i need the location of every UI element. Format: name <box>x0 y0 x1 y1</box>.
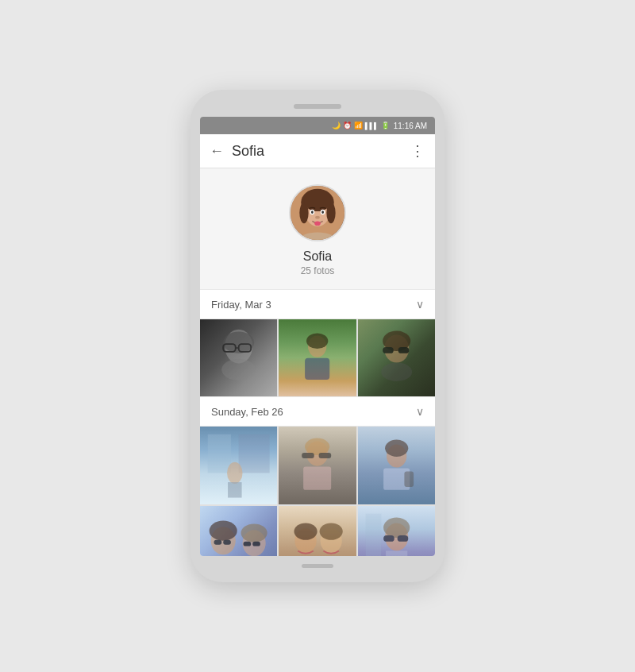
section-date-1: Friday, Mar 3 <box>211 299 271 311</box>
svg-point-32 <box>305 438 329 455</box>
photo-item[interactable] <box>279 427 356 504</box>
svg-rect-45 <box>223 540 231 545</box>
back-button[interactable]: ← <box>210 143 224 160</box>
photo-item[interactable] <box>279 319 356 396</box>
battery-icon: 🔋 <box>381 122 390 129</box>
top-bar: ← Sofia ⋮ <box>200 134 435 168</box>
photo-grid-2 <box>200 427 435 556</box>
svg-point-18 <box>221 359 256 380</box>
svg-point-9 <box>321 210 324 214</box>
svg-rect-47 <box>252 541 260 546</box>
photo-item[interactable] <box>200 319 277 396</box>
svg-point-49 <box>294 523 318 539</box>
signal-icon: ▌▌▌ <box>365 122 379 129</box>
section-header-2[interactable]: Sunday, Feb 26 ∨ <box>200 396 435 427</box>
svg-rect-34 <box>302 453 315 458</box>
photo-item[interactable] <box>279 506 356 556</box>
photo-item[interactable] <box>358 506 435 556</box>
svg-point-29 <box>227 462 242 484</box>
svg-point-53 <box>383 517 410 537</box>
home-button[interactable] <box>302 564 333 568</box>
photo-item[interactable] <box>200 427 277 504</box>
svg-rect-55 <box>397 535 408 542</box>
alarm-icon: ⏰ <box>343 122 352 129</box>
svg-rect-33 <box>303 467 331 490</box>
profile-photo-count: 25 fotos <box>301 265 335 276</box>
svg-rect-54 <box>383 535 394 542</box>
photo-grid-1 <box>200 319 435 396</box>
phone-speaker <box>294 104 341 109</box>
moon-icon: 🌙 <box>332 122 341 129</box>
status-bar: 🌙 ⏰ 📶 ▌▌▌ 🔋 11:16 AM <box>200 117 435 134</box>
svg-rect-39 <box>404 472 414 487</box>
svg-point-51 <box>320 523 343 539</box>
status-icons: 🌙 ⏰ 📶 ▌▌▌ 🔋 <box>332 122 390 129</box>
photo-item[interactable] <box>200 506 277 556</box>
photo-item[interactable] <box>358 427 435 504</box>
svg-rect-57 <box>365 513 380 556</box>
svg-rect-56 <box>386 550 407 556</box>
search-title: Sofia <box>232 143 402 160</box>
content-scroll[interactable]: Sofia 25 fotos Friday, Mar 3 ∨ <box>200 168 435 556</box>
chevron-down-icon-1: ∨ <box>416 298 424 311</box>
svg-point-37 <box>385 440 408 457</box>
phone-screen: 🌙 ⏰ 📶 ▌▌▌ 🔋 11:16 AM ← Sofia ⋮ <box>200 117 435 556</box>
phone-frame: 🌙 ⏰ 📶 ▌▌▌ 🔋 11:16 AM ← Sofia ⋮ <box>190 90 444 582</box>
more-options-button[interactable]: ⋮ <box>410 142 425 160</box>
svg-rect-27 <box>208 434 231 473</box>
svg-rect-30 <box>228 482 242 497</box>
wifi-icon: 📶 <box>354 122 363 129</box>
chevron-down-icon-2: ∨ <box>416 405 424 418</box>
svg-rect-28 <box>239 434 270 473</box>
svg-rect-46 <box>244 541 252 546</box>
avatar <box>289 184 346 241</box>
svg-rect-35 <box>319 453 332 458</box>
profile-section: Sofia 25 fotos <box>200 168 435 289</box>
svg-rect-24 <box>383 347 394 353</box>
status-time: 11:16 AM <box>394 122 427 130</box>
photo-item[interactable] <box>358 319 435 396</box>
profile-name: Sofia <box>303 249 332 264</box>
svg-point-20 <box>306 334 328 349</box>
section-date-2: Sunday, Feb 26 <box>211 406 283 418</box>
svg-point-10 <box>315 216 320 219</box>
svg-point-11 <box>314 221 321 226</box>
section-header-1[interactable]: Friday, Mar 3 ∨ <box>200 289 435 319</box>
svg-rect-44 <box>214 540 222 545</box>
svg-point-5 <box>304 191 331 211</box>
svg-point-41 <box>210 520 237 540</box>
svg-point-26 <box>381 363 412 381</box>
avatar-image <box>291 186 344 240</box>
svg-point-43 <box>241 523 267 542</box>
svg-rect-25 <box>398 347 409 353</box>
svg-point-8 <box>311 210 314 214</box>
svg-rect-21 <box>305 358 329 380</box>
